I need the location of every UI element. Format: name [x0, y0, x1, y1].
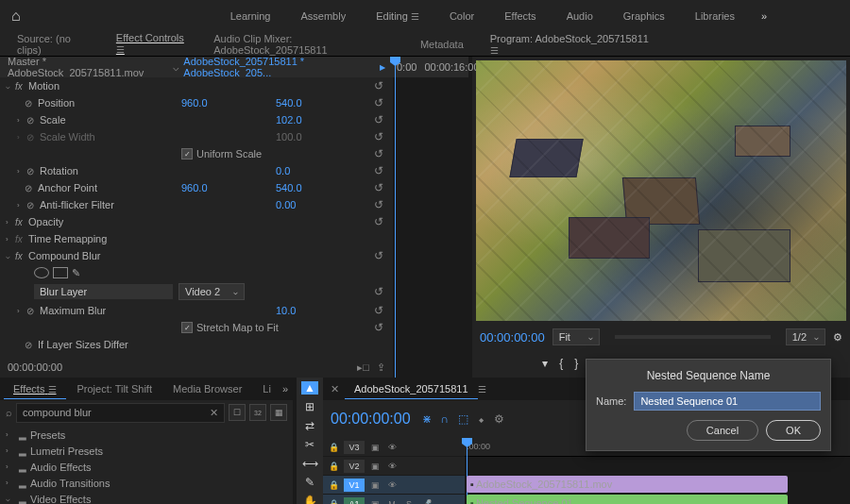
stopwatch-icon[interactable]: ⊘: [26, 200, 40, 210]
tree-item[interactable]: ›▂Audio Effects: [0, 459, 293, 475]
mark-in-button[interactable]: {: [559, 357, 563, 370]
eye-icon[interactable]: 👁: [385, 460, 399, 473]
tree-item[interactable]: ›▂Lumetri Presets: [0, 443, 293, 459]
track-select-tool[interactable]: ⊞: [301, 400, 318, 413]
razor-tool[interactable]: ✂: [301, 438, 318, 451]
ws-libraries[interactable]: Libraries: [680, 3, 750, 29]
voice-icon[interactable]: 🎤: [419, 497, 433, 505]
tab-metadata[interactable]: Metadata: [411, 35, 473, 54]
reset-button[interactable]: ↺: [370, 215, 387, 228]
toggle-output-icon[interactable]: ▣: [368, 441, 382, 454]
solo-button[interactable]: S: [402, 497, 416, 505]
mute-button[interactable]: M: [385, 497, 399, 505]
hand-tool[interactable]: ✋: [301, 495, 318, 504]
tab-source[interactable]: Source: (no clips): [8, 29, 103, 59]
32-icon[interactable]: 32: [249, 404, 266, 421]
caret-icon[interactable]: ›: [17, 307, 26, 315]
lock-icon[interactable]: 🔒: [327, 479, 340, 492]
anchor-y[interactable]: 540.0: [276, 182, 370, 193]
reset-button[interactable]: ↺: [370, 79, 387, 92]
track-v3[interactable]: V3: [344, 441, 365, 454]
tab-program[interactable]: Program: AdobeStock_205715811 ☰: [481, 29, 660, 59]
caret-icon[interactable]: ›: [6, 446, 15, 455]
position-x[interactable]: 960.0: [181, 97, 276, 109]
program-monitor[interactable]: [476, 60, 846, 321]
stopwatch-icon[interactable]: ⊘: [25, 98, 38, 109]
slip-tool[interactable]: ⟷: [301, 457, 318, 470]
reset-button[interactable]: ↺: [370, 198, 387, 211]
ellipse-mask-button[interactable]: [34, 267, 49, 278]
reset-button[interactable]: ↺: [370, 321, 387, 334]
reset-button[interactable]: ↺: [370, 285, 387, 298]
ripple-tool[interactable]: ⇄: [301, 419, 318, 432]
clip-video[interactable]: ▪AdobeStock_205715811.mov: [467, 476, 788, 493]
ws-audio[interactable]: Audio: [552, 3, 608, 29]
toggle-output-icon[interactable]: ▣: [368, 460, 382, 473]
ws-editing[interactable]: Editing ☰: [361, 3, 434, 29]
pen-mask-button[interactable]: ✎: [72, 267, 87, 278]
motion-label[interactable]: Motion: [28, 80, 370, 92]
reset-button[interactable]: ↺: [370, 147, 387, 160]
settings-icon[interactable]: ⚙: [494, 412, 504, 426]
caret-icon[interactable]: ⌵: [6, 495, 15, 503]
sequence-name-input[interactable]: [634, 392, 821, 411]
compound-blur-label[interactable]: Compound Blur: [28, 250, 370, 261]
clip-nested[interactable]: ▪Nested Sequence 01: [467, 495, 788, 504]
add-marker-button[interactable]: ▾: [542, 357, 548, 370]
track-v2[interactable]: V2: [344, 460, 365, 473]
position-y[interactable]: 540.0: [276, 97, 370, 109]
caret-icon[interactable]: ›: [17, 133, 26, 142]
tree-item[interactable]: ⌵▂Video Effects: [0, 491, 293, 504]
markers-icon[interactable]: ⬥: [478, 412, 484, 426]
tab-project[interactable]: Project: Tilt Shift: [68, 379, 162, 398]
stopwatch-icon[interactable]: ⊘: [26, 115, 40, 126]
snap-icon[interactable]: ⋇: [422, 412, 432, 426]
toggle-output-icon[interactable]: ▣: [368, 497, 382, 505]
ec-clip-label[interactable]: AdobeStock_205715811 * AdobeStock_205...: [183, 56, 376, 78]
antiflicker-val[interactable]: 0.00: [276, 199, 370, 210]
linked-sel-icon[interactable]: ⬚: [458, 412, 468, 426]
stopwatch-icon[interactable]: ⊘: [26, 166, 40, 176]
stopwatch-icon[interactable]: ⊘: [26, 306, 40, 316]
ws-learning[interactable]: Learning: [215, 3, 286, 29]
yuv-icon[interactable]: ▦: [270, 404, 287, 421]
resolution-select[interactable]: 1/2: [786, 328, 825, 345]
program-scrubber[interactable]: [615, 335, 771, 339]
comp-icon[interactable]: ▸□: [357, 361, 369, 374]
reset-button[interactable]: ↺: [370, 96, 387, 109]
tab-libraries[interactable]: Li: [253, 379, 280, 398]
rect-mask-button[interactable]: [53, 267, 68, 278]
opacity-label[interactable]: Opacity: [28, 216, 370, 227]
caret-icon[interactable]: ›: [17, 116, 26, 125]
caret-icon[interactable]: ›: [6, 235, 15, 244]
cancel-button[interactable]: Cancel: [687, 420, 758, 441]
time-remap-label[interactable]: Time Remapping: [28, 233, 387, 244]
overflow-icon[interactable]: »: [282, 383, 288, 395]
eye-icon[interactable]: 👁: [385, 441, 399, 454]
eye-icon[interactable]: 👁: [385, 479, 399, 492]
anchor-x[interactable]: 960.0: [181, 182, 276, 193]
caret-icon[interactable]: ›: [6, 430, 15, 439]
lock-icon[interactable]: 🔒: [327, 497, 340, 505]
share-icon[interactable]: ⇪: [377, 361, 385, 374]
ws-effects[interactable]: Effects: [489, 3, 551, 29]
uniform-scale-checkbox[interactable]: [181, 148, 193, 160]
magnet-icon[interactable]: ∩: [441, 412, 450, 426]
reset-button[interactable]: ↺: [370, 113, 387, 126]
ws-color[interactable]: Color: [434, 3, 489, 29]
caret-icon[interactable]: ›: [17, 167, 26, 176]
clear-search-button[interactable]: ✕: [210, 407, 218, 419]
ec-mini-timeline[interactable]: 0:0000:00:16:0000:0: [393, 57, 468, 378]
ws-graphics[interactable]: Graphics: [608, 3, 680, 29]
lock-icon[interactable]: 🔒: [327, 441, 340, 454]
program-timecode[interactable]: 00:00:00:00: [480, 330, 545, 344]
stopwatch-icon[interactable]: ⊘: [25, 340, 38, 350]
close-seq-button[interactable]: ✕: [331, 383, 339, 395]
caret-icon[interactable]: ›: [6, 218, 15, 227]
home-icon[interactable]: ⌂: [11, 8, 21, 25]
caret-icon[interactable]: ⌵: [6, 82, 15, 91]
toggle-output-icon[interactable]: ▣: [368, 479, 382, 492]
scale-val[interactable]: 102.0: [276, 114, 370, 126]
reset-button[interactable]: ↺: [370, 304, 387, 317]
lock-icon[interactable]: 🔒: [327, 460, 340, 473]
